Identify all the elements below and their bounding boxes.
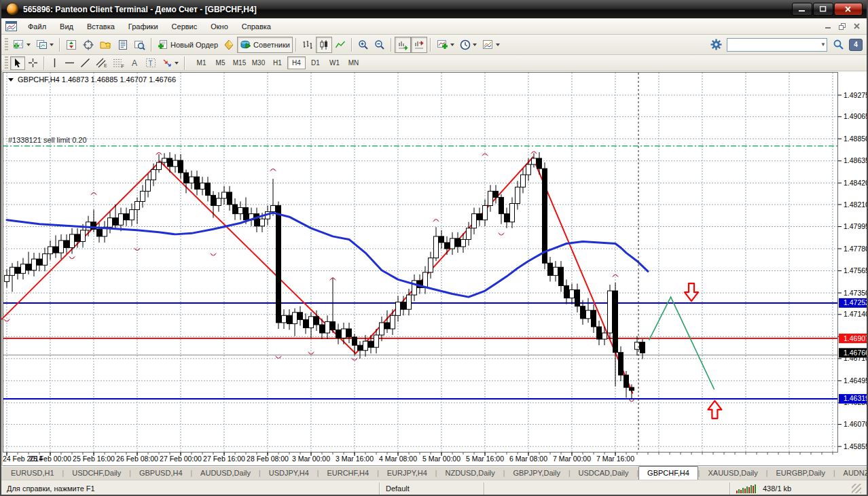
vertical-line-tool-button[interactable] [48,56,62,70]
title-bar[interactable]: 565896: Panteon Client Terminal - Демо С… [1,0,867,18]
timeframe-button-M1[interactable]: M1 [192,56,211,69]
profiles-button[interactable] [33,37,56,53]
candle [16,267,20,273]
candle [179,160,183,173]
expert-advisors-button[interactable]: Советники [237,37,293,53]
minimize-button[interactable] [792,3,812,16]
tab-EURGBP,Daily[interactable]: EURGBP,Daily [767,467,833,480]
candle [276,206,281,323]
timeframe-button-M30[interactable]: M30 [249,56,268,69]
resize-grip[interactable] [852,484,861,493]
close-button[interactable] [834,3,863,16]
candle [260,219,265,226]
timeframe-button-M15[interactable]: M15 [230,56,249,69]
candlestick-chart-button[interactable] [316,37,332,53]
menu-item-Графики[interactable]: Графики [122,20,165,33]
tab-EURUSD,H1[interactable]: EURUSD,H1 [3,467,62,480]
toolbar-separator [43,56,45,70]
candle [472,214,477,228]
metaeditor-button[interactable] [221,37,237,53]
tab-GBPJPY,Daily[interactable]: GBPJPY,Daily [505,467,568,480]
settings-gear-button[interactable] [708,37,725,53]
crosshair-tool-button[interactable] [25,56,41,70]
tab-GBPCHF,H4[interactable]: GBPCHF,H4 [638,466,698,480]
new-order-button[interactable]: Новый Ордер [155,37,221,53]
tab-EURCHF,H4[interactable]: EURCHF,H4 [319,467,377,480]
candle [401,302,406,310]
tab-USDCHF,Daily[interactable]: USDCHF,Daily [64,467,129,480]
notifications-badge[interactable]: 4 [849,39,863,51]
search-input[interactable] [727,38,827,52]
toolbar-separator [351,38,352,52]
tab-XAUUSD,Daily[interactable]: XAUUSD,Daily [700,467,765,480]
tab-USDJPY,H4[interactable]: USDJPY,H4 [261,467,317,480]
toolbar-grip[interactable] [5,38,8,52]
tab-NZDUSD,Daily[interactable]: NZDUSD,Daily [437,467,503,480]
fibonacci-tool-button[interactable]: F [110,56,127,70]
menu-item-Вставка[interactable]: Вставка [80,20,122,33]
advisors-label: Советники [253,41,290,49]
auto-scroll-button[interactable] [395,37,411,53]
tab-EURJPY,H4[interactable]: EURJPY,H4 [379,467,435,480]
candle [200,183,205,189]
candle [211,195,216,205]
tab-USDCAD,Daily[interactable]: USDCAD,Daily [571,467,637,480]
chart-shift-button[interactable] [411,37,427,53]
menu-item-Сервис[interactable]: Сервис [165,20,204,33]
strategy-tester-button[interactable] [131,37,148,53]
new-chart-button[interactable] [10,37,33,53]
maximize-button[interactable] [813,3,833,16]
menu-item-Окно[interactable]: Окно [204,20,235,33]
axis-date-label: 27 Feb 00:00 [160,455,202,463]
menu-item-Вид[interactable]: Вид [53,20,80,33]
menu-item-Справка[interactable]: Справка [235,20,278,33]
text-tool-button[interactable]: A [127,56,143,70]
timeframe-button-H1[interactable]: H1 [268,56,287,69]
tab-GBPUSD,H4[interactable]: GBPUSD,H4 [131,467,191,480]
candle [559,267,564,285]
candle [461,239,466,247]
zoom-out-button[interactable] [372,37,388,53]
text-label-tool-button[interactable]: T [143,56,159,70]
navigator-button[interactable] [97,37,115,53]
status-profile[interactable]: Default [380,484,484,493]
channel-tool-button[interactable]: E [93,56,110,70]
timeframe-button-H4[interactable]: H4 [287,56,306,69]
line-studies-toolbar: E F A T M1M5M15M30H1H4D1W1MN [1,55,867,71]
tab-AUDNZD,Daily[interactable]: AUDNZD,Daily [835,467,868,480]
menu-item-Файл[interactable]: Файл [21,20,53,33]
timeframe-button-M5[interactable]: M5 [211,56,230,69]
child-restore-button[interactable] [835,20,850,32]
trendline-tool-button[interactable] [77,56,93,70]
horizontal-line-tool-button[interactable] [62,56,77,70]
candle [228,192,232,205]
timeframe-button-W1[interactable]: W1 [325,56,344,69]
market-watch-button[interactable] [63,37,80,53]
line-chart-button[interactable] [332,37,348,53]
bar-chart-button[interactable] [300,37,316,53]
timeframe-button-D1[interactable]: D1 [306,56,325,69]
candle [151,170,156,180]
child-minimize-button[interactable] [821,20,835,32]
candle [195,177,200,189]
templates-button[interactable] [480,37,503,53]
tab-AUDUSD,Daily[interactable]: AUDUSD,Daily [192,467,259,480]
candle [5,275,10,281]
terminal-button[interactable] [115,37,131,53]
periods-button[interactable] [457,37,480,53]
search-dropdown-icon[interactable]: ▼ [818,41,828,48]
axis-price-label: 1.48420 [844,179,868,187]
candle [43,254,48,266]
chart-canvas[interactable]: #1338121 sell limit 0.201.492751.490651.… [1,71,868,466]
axis-price-label: 1.48635 [844,156,868,164]
indicators-button[interactable] [434,37,457,53]
timeframe-button-MN[interactable]: MN [344,56,363,69]
cursor-tool-button[interactable] [10,56,25,70]
candle [255,214,259,226]
search-button[interactable] [830,37,847,53]
toolbar-grip[interactable] [5,56,8,70]
child-close-button[interactable] [850,20,864,32]
arrows-tool-button[interactable] [159,56,181,70]
data-window-button[interactable] [80,37,97,53]
zoom-in-button[interactable] [355,37,372,53]
